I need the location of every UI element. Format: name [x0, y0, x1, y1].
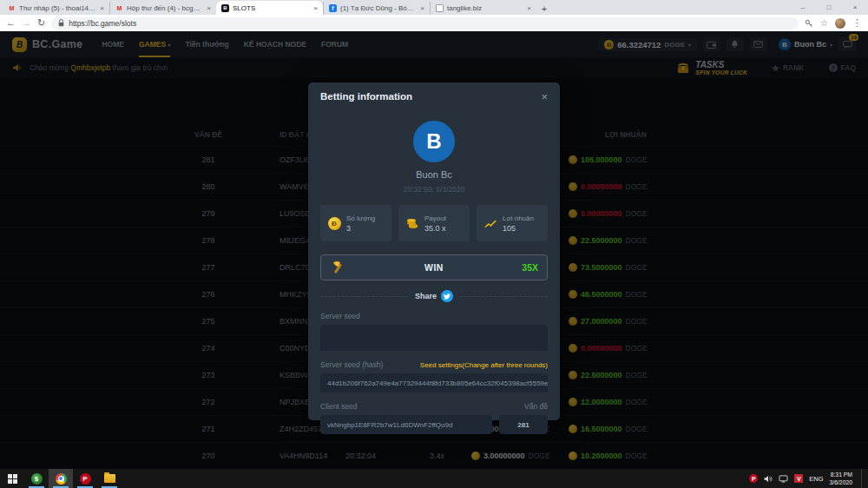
- key-icon[interactable]: [805, 19, 813, 28]
- forward-icon[interactable]: →: [22, 18, 31, 28]
- twitter-share-button[interactable]: [441, 290, 453, 302]
- facebook-icon: f: [329, 4, 337, 12]
- bookmark-star-icon[interactable]: ☆: [820, 19, 828, 28]
- browser-toolbar: ← → ↻ https://bc.game/slots ☆ ⋮: [0, 15, 868, 31]
- screen: M Thư nháp (5) - thoai14071997@ × M Hộp …: [0, 0, 868, 488]
- nonce-label: Vấn đề: [524, 402, 548, 411]
- server-seed-hash-row: Server seed (hash) Seed settings(Change …: [320, 360, 548, 369]
- modal-header: Betting information ×: [320, 82, 548, 110]
- server-seed-hash-label: Server seed (hash): [320, 360, 383, 369]
- tab-strip: M Thư nháp (5) - thoai14071997@ × M Hộp …: [0, 0, 868, 15]
- back-icon[interactable]: ←: [6, 18, 16, 28]
- tab-close-icon[interactable]: ×: [207, 4, 211, 12]
- money-app-icon: $: [31, 473, 43, 485]
- window-close-button[interactable]: ×: [842, 0, 868, 15]
- clock-date: 3/6/2020: [830, 478, 852, 486]
- new-tab-button[interactable]: +: [536, 2, 552, 15]
- bet-stats: Ð Số lượng 3 Payout 35.0 x: [320, 205, 548, 241]
- v-app-icon[interactable]: V: [794, 474, 803, 483]
- tab-title: SLOTS: [233, 4, 310, 12]
- nonce-field[interactable]: 281: [499, 415, 548, 434]
- browser-profile-avatar[interactable]: [835, 18, 845, 29]
- trend-up-icon: [483, 219, 497, 228]
- coin-icon: Ð: [328, 217, 341, 230]
- chrome-icon: [56, 473, 67, 485]
- tab-close-icon[interactable]: ×: [313, 4, 318, 12]
- stat-amount: Ð Số lượng 3: [320, 205, 391, 241]
- server-seed-field[interactable]: [320, 325, 548, 351]
- reload-icon[interactable]: ↻: [37, 18, 45, 28]
- network-icon[interactable]: [779, 475, 788, 483]
- stat-profit: Lợi nhuận 105: [477, 205, 548, 241]
- url-bar[interactable]: https://bc.game/slots: [51, 17, 799, 30]
- minimize-button[interactable]: –: [790, 0, 816, 15]
- divider: [320, 296, 408, 297]
- tab-title: (1) Tạ Đức Dũng - Bóng Thanh N: [340, 4, 417, 12]
- close-icon[interactable]: ×: [541, 90, 548, 103]
- taskbar-file-explorer[interactable]: [97, 469, 122, 488]
- stat-value: 3: [346, 224, 375, 233]
- tab-title: tanglike.biz: [447, 4, 523, 12]
- result-label: WIN: [321, 262, 547, 273]
- result-multiplier: 35X: [522, 262, 538, 273]
- window-controls: – □ ×: [790, 0, 868, 15]
- tab-slots-active[interactable]: B SLOTS ×: [216, 1, 323, 15]
- stat-payout: Payout 35.0 x: [398, 205, 470, 241]
- player-name: Buon Bc: [416, 169, 452, 180]
- server-seed-label: Server seed: [320, 312, 548, 320]
- client-seed-labels: Client seed Vấn đề: [320, 402, 548, 411]
- win-result-banner: WIN 35X: [320, 254, 548, 280]
- system-tray: P V ENG 8:31 PM 3/6/2020: [749, 469, 868, 488]
- browser-menu-icon[interactable]: ⋮: [852, 18, 862, 28]
- bcgame-favicon-icon: B: [221, 4, 229, 12]
- show-desktop-button[interactable]: [861, 469, 865, 488]
- language-indicator[interactable]: ENG: [809, 475, 823, 483]
- tab-close-icon[interactable]: ×: [420, 4, 424, 12]
- page-icon: [436, 4, 444, 12]
- taskbar-clock[interactable]: 8:31 PM 3/6/2020: [830, 471, 852, 486]
- browser-chrome: M Thư nháp (5) - thoai14071997@ × M Hộp …: [0, 0, 868, 31]
- taskbar-p-app[interactable]: P: [73, 469, 97, 488]
- coins-stack-icon: [405, 218, 419, 229]
- bcgame-page: B BC.Game HOME GAMES ▾ Tiền thưởng KẾ HO…: [0, 31, 868, 469]
- server-seed-hash-field[interactable]: 44d1b206f762a749e4a77329444f8fd733b895e6…: [320, 373, 548, 392]
- lock-icon: [58, 19, 64, 27]
- tab-close-icon[interactable]: ×: [100, 4, 104, 12]
- client-seed-field[interactable]: vkNngbp1E8FR2b7w1Ld6DWnF2ffQo9d: [320, 415, 492, 434]
- client-seed-row: vkNngbp1E8FR2b7w1Ld6DWnF2ffQo9d 281: [320, 415, 548, 434]
- taskbar-money-app[interactable]: $: [24, 469, 49, 488]
- taskbar-chrome[interactable]: [49, 469, 73, 488]
- modal-title: Betting information: [320, 91, 412, 102]
- betting-information-modal: Betting information × B Buon Bc 20:32:50…: [308, 82, 560, 420]
- stat-value: 105: [503, 224, 534, 233]
- gmail-icon: M: [8, 4, 16, 12]
- tab-close-icon[interactable]: ×: [527, 4, 531, 12]
- stat-label: Payout: [424, 214, 446, 222]
- tab-facebook[interactable]: f (1) Tạ Đức Dũng - Bóng Thanh N ×: [323, 2, 430, 15]
- stat-label: Lợi nhuận: [503, 214, 534, 222]
- tab-gmail-drafts[interactable]: M Thư nháp (5) - thoai14071997@ ×: [3, 2, 109, 15]
- tab-tanglike[interactable]: tanglike.biz ×: [430, 2, 536, 15]
- tray-p-icon[interactable]: P: [749, 474, 758, 483]
- toolbar-icons: ☆ ⋮: [805, 18, 862, 29]
- start-button[interactable]: [0, 469, 24, 488]
- stat-value: 35.0 x: [424, 224, 446, 233]
- windows-taskbar: $ P P V ENG 8:31 PM 3/6/2020: [0, 469, 868, 488]
- folder-icon: [104, 474, 115, 483]
- bet-timestamp: 20:32:50, 6/3/2020: [404, 185, 465, 194]
- clock-time: 8:31 PM: [830, 471, 852, 478]
- seed-settings-link[interactable]: Seed settings(Change after three rounds): [420, 361, 548, 369]
- url-text: https://bc.game/slots: [69, 19, 136, 28]
- speaker-icon[interactable]: [764, 475, 773, 483]
- p-app-icon: P: [80, 473, 91, 485]
- gmail-icon: M: [115, 4, 123, 12]
- maximize-button[interactable]: □: [816, 0, 842, 15]
- divider: [460, 296, 548, 297]
- tab-gmail-inbox[interactable]: M Hộp thư đến (4) - bcgamebound ×: [109, 2, 216, 15]
- tab-title: Thư nháp (5) - thoai14071997@: [19, 4, 96, 12]
- tab-title: Hộp thư đến (4) - bcgamebound: [127, 4, 203, 12]
- share-label: Share: [415, 292, 437, 300]
- stat-label: Số lượng: [346, 214, 375, 222]
- player-profile: B Buon Bc 20:32:50, 6/3/2020: [320, 121, 548, 194]
- share-row: Share: [320, 290, 548, 302]
